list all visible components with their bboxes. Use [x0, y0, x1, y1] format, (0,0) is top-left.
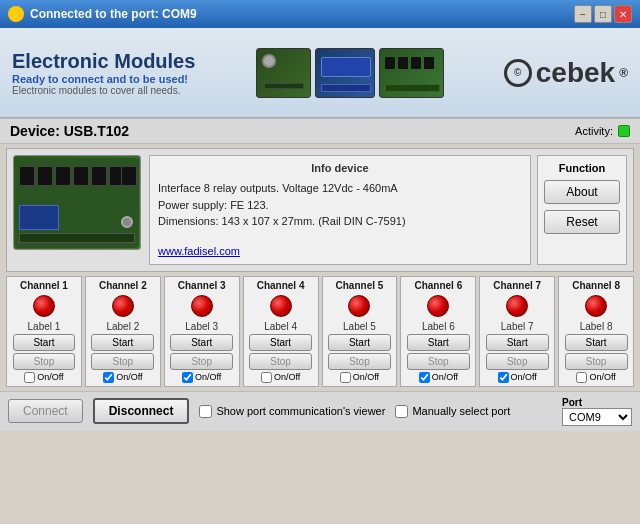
channel-stop-5[interactable]: Stop: [328, 353, 391, 370]
channel-onoff-label-6: On/Off: [432, 372, 458, 382]
channel-led-4: [270, 295, 292, 317]
channels-area: Channel 1 Label 1 Start Stop On/Off Chan…: [0, 276, 640, 391]
channel-onoff-checkbox-4[interactable]: [261, 372, 272, 383]
device-image-box: [13, 155, 141, 250]
channel-1: Channel 1 Label 1 Start Stop On/Off: [6, 276, 82, 387]
channel-onoff-checkbox-8[interactable]: [576, 372, 587, 383]
app-description: Electronic modules to cover all needs.: [12, 85, 195, 96]
info-link[interactable]: www.fadisel.com: [158, 245, 240, 257]
channel-title-1: Channel 1: [20, 280, 68, 291]
maximize-button[interactable]: □: [594, 5, 612, 23]
channel-title-7: Channel 7: [493, 280, 541, 291]
title-bar: ⚡ Connected to the port: COM9 − □ ✕: [0, 0, 640, 28]
manually-select-checkbox[interactable]: [395, 405, 408, 418]
channel-stop-4[interactable]: Stop: [249, 353, 312, 370]
relay-2: [37, 166, 53, 186]
relay-1: [19, 166, 35, 186]
channel-start-6[interactable]: Start: [407, 334, 470, 351]
channel-onoff-label-7: On/Off: [511, 372, 537, 382]
channel-start-3[interactable]: Start: [170, 334, 233, 351]
minimize-button[interactable]: −: [574, 5, 592, 23]
channel-onoff-label-3: On/Off: [195, 372, 221, 382]
channel-start-5[interactable]: Start: [328, 334, 391, 351]
channel-label-4: Label 4: [264, 321, 297, 332]
cebek-logo: © cebek®: [504, 57, 628, 89]
channel-title-5: Channel 5: [336, 280, 384, 291]
chip: [19, 205, 59, 230]
channel-onoff-label-4: On/Off: [274, 372, 300, 382]
channel-title-3: Channel 3: [178, 280, 226, 291]
port-label: Port: [562, 397, 582, 408]
channel-onoff-checkbox-7[interactable]: [498, 372, 509, 383]
info-line2: Power supply: FE 123.: [158, 197, 522, 214]
channel-stop-3[interactable]: Stop: [170, 353, 233, 370]
about-button[interactable]: About: [544, 180, 620, 204]
channel-stop-8[interactable]: Stop: [565, 353, 628, 370]
device-name: Device: USB.T102: [10, 123, 129, 139]
channel-stop-7[interactable]: Stop: [486, 353, 549, 370]
app-title: Electronic Modules: [12, 50, 195, 73]
channel-check-7: On/Off: [498, 372, 537, 383]
pcb-image: [15, 158, 139, 248]
reset-button[interactable]: Reset: [544, 210, 620, 234]
channel-onoff-checkbox-2[interactable]: [103, 372, 114, 383]
channel-onoff-checkbox-5[interactable]: [340, 372, 351, 383]
channel-led-8: [585, 295, 607, 317]
cebek-circle-icon: ©: [504, 59, 532, 87]
device-bar: Device: USB.T102 Activity:: [0, 118, 640, 144]
channel-led-5: [348, 295, 370, 317]
cebek-brand: cebek: [536, 57, 615, 89]
info-line1: Interface 8 relay outputs. Voltage 12Vdc…: [158, 180, 522, 197]
channel-5: Channel 5 Label 5 Start Stop On/Off: [322, 276, 398, 387]
info-area: Info device Interface 8 relay outputs. V…: [149, 155, 531, 265]
header-banner: Electronic Modules Ready to connect and …: [0, 28, 640, 118]
module-image-1: [256, 48, 311, 98]
channel-led-2: [112, 295, 134, 317]
relay-4: [73, 166, 89, 186]
disconnect-button[interactable]: Disconnect: [93, 398, 190, 424]
channel-onoff-checkbox-3[interactable]: [182, 372, 193, 383]
header-images: [256, 48, 444, 98]
channel-start-2[interactable]: Start: [91, 334, 154, 351]
channel-check-4: On/Off: [261, 372, 300, 383]
info-title: Info device: [158, 162, 522, 174]
channel-start-7[interactable]: Start: [486, 334, 549, 351]
channel-label-1: Label 1: [28, 321, 61, 332]
relay-7: [121, 166, 137, 186]
channel-onoff-checkbox-1[interactable]: [24, 372, 35, 383]
channel-start-8[interactable]: Start: [565, 334, 628, 351]
channel-stop-1[interactable]: Stop: [13, 353, 76, 370]
show-viewer-checkbox[interactable]: [199, 405, 212, 418]
title-text: Connected to the port: COM9: [30, 7, 197, 21]
channel-7: Channel 7 Label 7 Start Stop On/Off: [479, 276, 555, 387]
manually-select-area: Manually select port: [395, 405, 510, 418]
channel-label-8: Label 8: [580, 321, 613, 332]
channel-label-2: Label 2: [106, 321, 139, 332]
module-image-3: [379, 48, 444, 98]
function-area: Function About Reset: [537, 155, 627, 265]
channel-start-4[interactable]: Start: [249, 334, 312, 351]
channel-title-8: Channel 8: [572, 280, 620, 291]
channel-start-1[interactable]: Start: [13, 334, 76, 351]
channel-label-3: Label 3: [185, 321, 218, 332]
info-line3: Dimensions: 143 x 107 x 27mm. (Rail DIN …: [158, 213, 522, 230]
channel-onoff-checkbox-6[interactable]: [419, 372, 430, 383]
channel-led-6: [427, 295, 449, 317]
channel-6: Channel 6 Label 6 Start Stop On/Off: [400, 276, 476, 387]
channel-stop-6[interactable]: Stop: [407, 353, 470, 370]
port-select[interactable]: COM9COM1COM2COM3COM4COM5: [562, 408, 632, 426]
channel-led-3: [191, 295, 213, 317]
show-viewer-area: Show port communication's viewer: [199, 405, 385, 418]
channel-led-7: [506, 295, 528, 317]
content-area: Info device Interface 8 relay outputs. V…: [6, 148, 634, 272]
connect-button[interactable]: Connect: [8, 399, 83, 423]
close-button[interactable]: ✕: [614, 5, 632, 23]
activity-label: Activity:: [575, 125, 613, 137]
channel-onoff-label-2: On/Off: [116, 372, 142, 382]
bottom-bar: Connect Disconnect Show port communicati…: [0, 391, 640, 431]
channel-check-2: On/Off: [103, 372, 142, 383]
channel-check-8: On/Off: [576, 372, 615, 383]
channel-stop-2[interactable]: Stop: [91, 353, 154, 370]
channel-onoff-label-1: On/Off: [37, 372, 63, 382]
channel-onoff-label-5: On/Off: [353, 372, 379, 382]
